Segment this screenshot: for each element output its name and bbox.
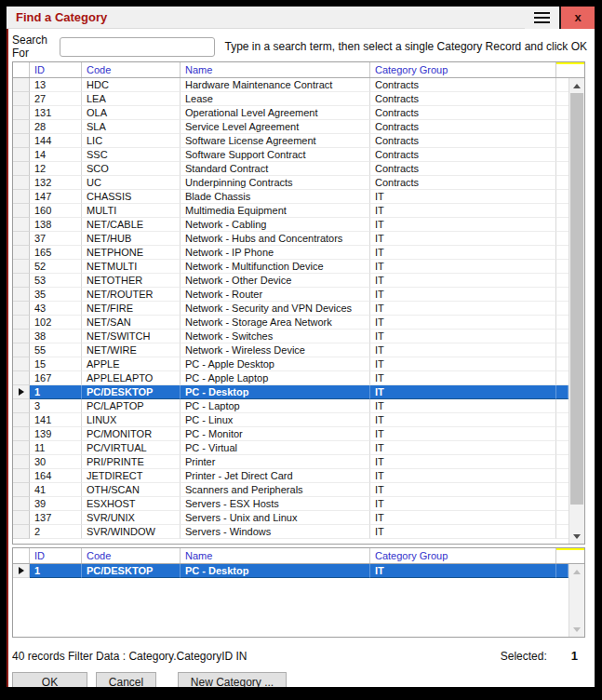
cell[interactable]: MULTI: [82, 204, 181, 218]
cell[interactable]: Contracts: [370, 148, 556, 162]
cell-filler[interactable]: [556, 162, 569, 176]
row-selector[interactable]: [13, 274, 30, 288]
table-row[interactable]: 141LINUXPC - LinuxIT: [13, 413, 569, 427]
cell-filler[interactable]: [556, 106, 569, 120]
cell-filler[interactable]: [556, 399, 569, 413]
cell[interactable]: IT: [370, 427, 556, 441]
cell[interactable]: SSC: [82, 148, 181, 162]
table-row[interactable]: 39ESXHOSTServers - ESX HostsIT: [13, 497, 569, 511]
table-row[interactable]: 147CHASSISBlade ChassisIT: [13, 190, 569, 204]
cell[interactable]: Servers - Windows: [181, 525, 370, 539]
table-row[interactable]: 131OLAOperational Level AgreementContrac…: [13, 106, 569, 120]
cell[interactable]: Contracts: [370, 92, 556, 106]
cell[interactable]: LINUX: [82, 413, 181, 427]
cell[interactable]: IT: [370, 190, 556, 204]
column-header-code[interactable]: Code: [82, 62, 181, 77]
table-row[interactable]: 11PC/VIRTUALPC - VirtualIT: [13, 441, 569, 455]
cell[interactable]: IT: [370, 525, 556, 539]
cell-filler[interactable]: [556, 260, 569, 274]
cell-filler[interactable]: [556, 204, 569, 218]
cell[interactable]: NET/SAN: [82, 316, 181, 330]
row-selector[interactable]: [13, 148, 30, 162]
cell[interactable]: 12: [30, 162, 82, 176]
cell[interactable]: 144: [30, 134, 82, 148]
table-row[interactable]: 165NETPHONENetwork - IP PhoneIT: [13, 246, 569, 260]
cell[interactable]: Operational Level Agreement: [181, 106, 370, 120]
table-row[interactable]: 139PC/MONITORPC - MonitorIT: [13, 427, 569, 441]
row-selector[interactable]: [13, 92, 30, 106]
selection-grid-scrollbar[interactable]: [569, 564, 584, 637]
cell[interactable]: Network - Switches: [181, 330, 370, 343]
cell[interactable]: Software Support Contract: [181, 148, 370, 162]
row-selector[interactable]: [13, 246, 30, 260]
cell[interactable]: Scanners and Peripherals: [181, 483, 370, 497]
cell[interactable]: APPLE: [82, 357, 181, 371]
row-selector[interactable]: [13, 120, 30, 134]
row-selector[interactable]: [13, 162, 30, 176]
cell[interactable]: SVR/WINDOW: [82, 525, 181, 539]
cell-filler[interactable]: [556, 427, 569, 441]
row-selector[interactable]: [13, 413, 30, 427]
cell-filler[interactable]: [556, 371, 569, 385]
cell[interactable]: 139: [30, 427, 82, 441]
table-row[interactable]: 28SLAService Level AgreementContracts: [13, 120, 569, 134]
table-row[interactable]: 37NET/HUBNetwork - Hubs and Concentrator…: [13, 232, 569, 246]
cell[interactable]: UC: [82, 176, 181, 190]
cell[interactable]: NET/ROUTER: [82, 288, 181, 302]
cell[interactable]: IT: [370, 413, 556, 427]
cell[interactable]: PC - Desktop: [181, 385, 370, 399]
column-header-id[interactable]: ID: [30, 62, 82, 77]
cell[interactable]: IT: [370, 511, 556, 525]
menu-button[interactable]: [525, 7, 559, 29]
table-row[interactable]: 55NET/WIRENetwork - Wireless DeviceIT: [13, 343, 569, 357]
scroll-down-icon[interactable]: [569, 529, 584, 544]
cell[interactable]: NET/WIRE: [82, 343, 181, 357]
cell[interactable]: Standard Contract: [181, 162, 370, 176]
row-selector[interactable]: [13, 204, 30, 218]
cell[interactable]: IT: [370, 497, 556, 511]
cell[interactable]: 131: [30, 106, 82, 120]
cell[interactable]: 3: [30, 399, 82, 413]
cell[interactable]: 11: [30, 441, 82, 455]
table-row[interactable]: 13HDCHardware Maintenance ContractContra…: [13, 78, 569, 92]
cell[interactable]: PC - Apple Laptop: [181, 371, 370, 385]
scroll-down-icon[interactable]: [569, 622, 584, 637]
cell[interactable]: Contracts: [370, 134, 556, 148]
cell[interactable]: CHASSIS: [82, 190, 181, 204]
cell[interactable]: 14: [30, 148, 82, 162]
ok-button[interactable]: OK: [12, 672, 87, 692]
row-selector[interactable]: [13, 330, 30, 343]
cell[interactable]: 165: [30, 246, 82, 260]
cell-filler[interactable]: [556, 274, 569, 288]
cell[interactable]: PC - Virtual: [181, 441, 370, 455]
row-selector[interactable]: [13, 343, 30, 357]
cell[interactable]: PRI/PRINTE: [82, 455, 181, 469]
cell[interactable]: NETOTHER: [82, 274, 181, 288]
cell[interactable]: Lease: [181, 92, 370, 106]
table-row[interactable]: 12SCOStandard ContractContracts: [13, 162, 569, 176]
cell-filler[interactable]: [556, 525, 569, 539]
row-selector[interactable]: [13, 260, 30, 274]
cell[interactable]: 55: [30, 343, 82, 357]
table-row[interactable]: 38NET/SWITCHNetwork - SwitchesIT: [13, 330, 569, 343]
row-selector[interactable]: [13, 511, 30, 525]
cell[interactable]: SLA: [82, 120, 181, 134]
cell-filler[interactable]: [556, 316, 569, 330]
cell[interactable]: 160: [30, 204, 82, 218]
cell[interactable]: PC/MONITOR: [82, 427, 181, 441]
table-row[interactable]: 132UCUnderpinning ContractsContracts: [13, 176, 569, 190]
cell[interactable]: Contracts: [370, 106, 556, 120]
table-row[interactable]: 27LEALeaseContracts: [13, 92, 569, 106]
cell[interactable]: Servers - ESX Hosts: [181, 497, 370, 511]
cell[interactable]: Underpinning Contracts: [181, 176, 370, 190]
cell[interactable]: IT: [370, 564, 556, 578]
cell-filler[interactable]: [556, 564, 569, 578]
cell[interactable]: NET/CABLE: [82, 218, 181, 232]
cell[interactable]: PC - Linux: [181, 413, 370, 427]
cell[interactable]: NET/SWITCH: [82, 330, 181, 343]
cell[interactable]: APPLELAPTO: [82, 371, 181, 385]
cell[interactable]: Network - Multifunction Device: [181, 260, 370, 274]
cell[interactable]: Service Level Agreement: [181, 120, 370, 134]
cell-filler[interactable]: [556, 302, 569, 316]
cell[interactable]: 27: [30, 92, 82, 106]
